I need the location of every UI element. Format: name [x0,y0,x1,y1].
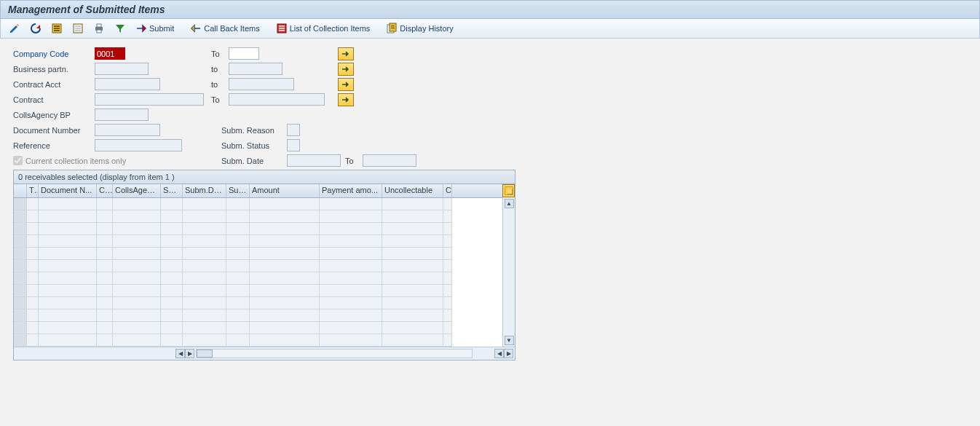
reference-field[interactable] [95,139,182,151]
column-header-sure[interactable]: SuRe [226,184,250,197]
contract-multi-select-button[interactable] [338,93,354,106]
table-cell[interactable] [14,322,27,334]
table-row[interactable] [14,235,502,248]
contract-acct-to-label: to [211,80,229,89]
column-header-c2[interactable]: C [443,184,452,197]
column-header-sust[interactable]: SuSt [161,184,183,197]
table-row[interactable] [14,223,502,235]
table-cell[interactable] [14,223,27,235]
table-cell[interactable] [14,198,27,210]
company-code-label[interactable]: Company Code [13,50,95,58]
table-cell[interactable] [14,334,27,347]
scroll-left-button[interactable]: ◀ [175,349,185,358]
table-cell [161,210,183,223]
subm-date-to-field[interactable] [363,154,416,167]
submit-button[interactable]: Submit [132,21,178,36]
grid-horizontal-scrollbar[interactable]: ◀ ▶ ◀ ▶ [14,347,515,360]
svg-rect-12 [279,25,285,27]
colls-agency-field[interactable] [95,109,149,121]
table-cell [226,198,250,210]
column-header-agency[interactable]: CollsAgenc... [113,184,161,197]
contract-acct-field[interactable] [95,78,160,90]
scroll-up-button[interactable]: ▲ [505,199,514,208]
tool-deselect-all-button[interactable] [68,21,87,36]
column-header-uncol[interactable]: Uncollectable [382,184,443,197]
tool-select-all-button[interactable] [47,21,66,36]
table-cell[interactable] [14,235,27,248]
table-cell[interactable] [14,285,27,297]
tool-filter-button[interactable] [111,21,130,36]
column-header-tx[interactable]: Tx [27,184,39,197]
table-cell [250,248,320,260]
contract-acct-multi-select-button[interactable] [338,78,354,91]
table-cell[interactable] [14,260,27,272]
table-cell [443,297,452,309]
business-partner-field[interactable] [95,63,149,75]
company-code-multi-select-button[interactable] [338,47,354,60]
table-row[interactable] [14,210,502,223]
grid-vertical-scrollbar[interactable]: ▲ ▼ [502,197,515,347]
table-cell [113,322,161,334]
table-row[interactable] [14,198,502,210]
table-row[interactable] [14,272,502,285]
table-cell [443,260,452,272]
table-cell[interactable] [14,309,27,322]
scroll-track[interactable] [196,349,473,358]
grid-settings-button[interactable] [502,184,515,197]
call-back-items-button[interactable]: Call Back Items [186,21,263,36]
table-cell [39,322,97,334]
table-settings-icon [505,186,513,195]
table-row[interactable] [14,285,502,297]
subm-date-from-field[interactable] [287,154,341,167]
scroll-down-button[interactable]: ▼ [505,336,514,345]
table-cell[interactable] [14,297,27,309]
table-cell[interactable] [14,210,27,223]
column-header-pamount[interactable]: Payment amo... [320,184,382,197]
table-cell[interactable] [14,272,27,285]
table-row[interactable] [14,248,502,260]
table-cell [183,223,226,235]
column-header-c[interactable]: C... [97,184,113,197]
tool-pencil-button[interactable] [5,21,24,36]
deselect-all-icon [72,23,84,34]
table-cell [382,198,443,210]
scroll-left-end-button[interactable]: ◀ [494,349,504,358]
subm-reason-field[interactable] [287,124,300,136]
column-header-amount[interactable]: Amount [250,184,320,197]
column-header-sdate[interactable]: Subm.Date [183,184,226,197]
table-row[interactable] [14,260,502,272]
display-history-button[interactable]: Display History [382,21,457,36]
table-row[interactable] [14,322,502,334]
table-cell [27,285,39,297]
table-cell [443,285,452,297]
table-row[interactable] [14,297,502,309]
list-collection-items-button[interactable]: List of Collection Items [272,21,374,36]
svg-rect-10 [97,30,101,33]
table-cell [39,272,97,285]
scroll-right-end-button[interactable]: ▶ [504,349,513,358]
column-header-sel[interactable] [14,184,27,197]
company-code-to-field[interactable] [229,47,259,60]
table-row[interactable] [14,309,502,322]
scroll-right-button[interactable]: ▶ [185,349,194,358]
scroll-thumb[interactable] [197,350,213,358]
contract-field[interactable] [95,93,204,106]
table-cell [382,210,443,223]
table-cell[interactable] [14,248,27,260]
company-code-field[interactable] [95,47,125,60]
business-partner-multi-select-button[interactable] [338,63,354,76]
grid-column-header-row: TxDocument N...C...CollsAgenc...SuStSubm… [14,184,502,198]
tool-print-button[interactable] [90,21,108,36]
business-partner-to-field[interactable] [229,63,282,75]
table-cell [226,260,250,272]
subm-status-field[interactable] [287,139,300,151]
contract-acct-to-field[interactable] [229,78,294,90]
doc-number-field[interactable] [95,124,160,136]
column-header-docn[interactable]: Document N... [39,184,97,197]
table-cell [97,285,113,297]
contract-to-field[interactable] [229,93,325,106]
table-row[interactable] [14,334,502,347]
tool-refresh-button[interactable] [26,21,45,36]
table-cell [39,210,97,223]
table-cell [97,272,113,285]
